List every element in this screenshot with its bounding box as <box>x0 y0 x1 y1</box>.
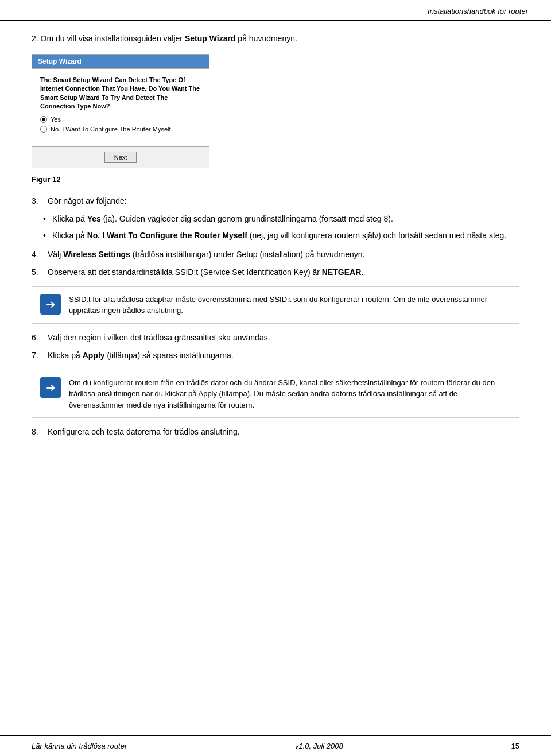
step7-suffix: (tillämpa) så sparas inställningarna. <box>105 351 234 360</box>
bullet-list: Klicka på Yes (ja). Guiden vägleder dig … <box>43 213 519 242</box>
note2-text: Om du konfigurerar routern från en trådl… <box>69 377 511 411</box>
footer-center: v1.0, Juli 2008 <box>295 742 343 750</box>
wizard-body: The Smart Setup Wizard Can Detect The Ty… <box>32 69 209 146</box>
bullet2-suffix: (nej, jag vill konfigurera routern själv… <box>247 231 506 240</box>
section2-intro: 2. Om du vill visa installationsguiden v… <box>32 34 185 43</box>
figure-label: Figur 12 <box>32 175 519 184</box>
radio-yes: Yes <box>40 116 201 123</box>
step4-prefix: Välj <box>48 250 63 259</box>
wizard-footer: Next <box>32 146 209 168</box>
step4-content: Välj Wireless Settings (trådlösa inställ… <box>48 249 364 261</box>
section2-heading: 2. Om du vill visa installationsguiden v… <box>32 33 519 45</box>
wizard-title: Setup Wizard <box>38 57 82 65</box>
wizard-radio-group: Yes No. I Want To Configure The Router M… <box>40 116 201 133</box>
radio-yes-label: Yes <box>51 116 61 123</box>
step7-bold: Apply <box>83 351 105 360</box>
step4-suffix: (trådlösa inställningar) under Setup (in… <box>130 250 365 259</box>
step7-prefix: Klicka på <box>48 351 83 360</box>
bullet-item-2: Klicka på No. I Want To Configure the Ro… <box>43 230 519 242</box>
bullet1-bold: Yes <box>87 214 101 223</box>
step5-bold: NETGEAR <box>322 267 361 277</box>
step6-num: 6. <box>32 332 43 344</box>
radio-no-circle <box>40 126 47 133</box>
radio-no: No. I Want To Configure The Router Mysel… <box>40 126 201 133</box>
step4: 4. Välj Wireless Settings (trådlösa inst… <box>32 249 519 261</box>
bullet-item-1: Klicka på Yes (ja). Guiden vägleder dig … <box>43 213 519 225</box>
step6: 6. Välj den region i vilken det trådlösa… <box>32 332 519 344</box>
wizard-body-text: The Smart Setup Wizard Can Detect The Ty… <box>40 76 201 111</box>
setup-wizard-screenshot: Setup Wizard The Smart Setup Wizard Can … <box>32 54 209 168</box>
next-button[interactable]: Next <box>104 152 137 163</box>
step8-text: Konfigurera och testa datorerna för tråd… <box>48 426 240 438</box>
bullet2-prefix: Klicka på <box>52 231 87 240</box>
radio-no-label: No. I Want To Configure The Router Mysel… <box>51 126 173 133</box>
page-header: Installationshandbok för router <box>0 0 551 21</box>
section2-end: på huvudmenyn. <box>235 34 297 43</box>
page-container: Installationshandbok för router 2. Om du… <box>0 0 551 756</box>
footer-left: Lär känna din trådlösa router <box>32 742 127 750</box>
step5-content: Observera att det standardinställda SSID… <box>48 266 363 278</box>
bullet1-suffix: (ja). Guiden vägleder dig sedan genom gr… <box>101 214 393 223</box>
footer-right: 15 <box>511 742 519 750</box>
step4-bold: Wireless Settings <box>63 250 130 259</box>
note1-arrow-icon <box>40 294 61 315</box>
step3-num: 3. <box>32 195 43 207</box>
step5-prefix: Observera att det standardinställda SSID… <box>48 267 322 277</box>
step8-num: 8. <box>32 426 43 438</box>
step5-num: 5. <box>32 266 43 278</box>
section2-bold: Setup Wizard <box>185 34 236 43</box>
page-footer: Lär känna din trådlösa router v1.0, Juli… <box>0 735 551 756</box>
step3-text: Gör något av följande: <box>48 195 127 207</box>
note-box-1: SSID:t för alla trådlösa adaptrar måste … <box>32 286 519 324</box>
main-content: 2. Om du vill visa installationsguiden v… <box>0 21 551 735</box>
step7-content: Klicka på Apply (tillämpa) så sparas ins… <box>48 350 234 362</box>
note1-text: SSID:t för alla trådlösa adaptrar måste … <box>69 294 511 316</box>
bullet1-prefix: Klicka på <box>52 214 87 223</box>
step3: 3. Gör något av följande: <box>32 195 519 207</box>
note2-arrow-icon <box>40 377 61 398</box>
step4-num: 4. <box>32 249 43 261</box>
step7: 7. Klicka på Apply (tillämpa) så sparas … <box>32 350 519 362</box>
header-title: Installationshandbok för router <box>428 7 528 15</box>
note-box-2: Om du konfigurerar routern från en trådl… <box>32 370 519 418</box>
step5-suffix: . <box>361 267 363 277</box>
step7-num: 7. <box>32 350 43 362</box>
step8: 8. Konfigurera och testa datorerna för t… <box>32 426 519 438</box>
wizard-title-bar: Setup Wizard <box>32 55 209 68</box>
step5: 5. Observera att det standardinställda S… <box>32 266 519 278</box>
bullet2-bold: No. I Want To Configure the Router Mysel… <box>87 231 247 240</box>
radio-yes-circle <box>40 116 47 123</box>
step6-text: Välj den region i vilken det trådlösa gr… <box>48 332 270 344</box>
